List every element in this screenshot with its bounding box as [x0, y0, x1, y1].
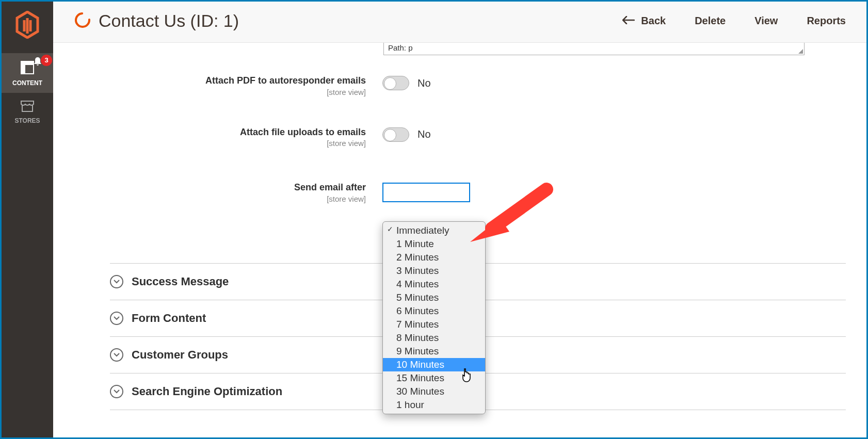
dropdown-option[interactable]: 1 Minute [383, 237, 485, 251]
attach-pdf-toggle[interactable] [382, 76, 409, 90]
dropdown-option[interactable]: 5 Minutes [383, 291, 485, 304]
field-attach-files: Attach file uploads to emails [store vie… [110, 126, 846, 148]
chevron-down-icon [110, 312, 123, 325]
dropdown-option[interactable]: 4 Minutes [383, 278, 485, 291]
svg-rect-2 [21, 61, 25, 74]
stores-icon [2, 100, 53, 114]
field-label: Attach file uploads to emails [110, 126, 366, 138]
field-scope: [store view] [110, 139, 366, 148]
reports-button[interactable]: Reports [807, 15, 846, 27]
field-label: Attach PDF to autoresponder emails [110, 75, 366, 87]
field-attach-pdf: Attach PDF to autoresponder emails [stor… [110, 75, 846, 96]
dropdown-option[interactable]: 2 Minutes [383, 251, 485, 264]
field-label: Send email after [110, 182, 366, 193]
arrow-left-icon [622, 15, 635, 27]
sidebar-item-stores[interactable]: STORES [2, 93, 53, 131]
dropdown-option[interactable]: 9 Minutes [383, 345, 485, 358]
attach-files-toggle[interactable] [382, 127, 409, 142]
dropdown-option[interactable]: 30 Minutes [383, 385, 485, 398]
page-header: Contact Us (ID: 1) Back Delete View Repo… [53, 2, 866, 43]
editor-path-bar: Path: p [383, 43, 805, 55]
toggle-value-label: No [417, 77, 431, 89]
send-after-select[interactable] [382, 183, 470, 202]
chevron-down-icon [110, 348, 123, 362]
toggle-value-label: No [417, 128, 431, 140]
delete-button[interactable]: Delete [695, 15, 726, 27]
dropdown-option[interactable]: 3 Minutes [383, 264, 485, 278]
view-button[interactable]: View [754, 15, 778, 27]
sidebar-item-label: STORES [14, 117, 40, 124]
sidebar-item-content[interactable]: CONTENT 3 [2, 53, 53, 93]
chevron-down-icon [110, 275, 123, 288]
dropdown-option[interactable]: 6 Minutes [383, 304, 485, 318]
notification-badge[interactable]: 3 [33, 56, 52, 68]
sidebar-item-label: CONTENT [12, 79, 42, 87]
dropdown-option[interactable]: 8 Minutes [383, 331, 485, 345]
magento-logo-icon[interactable] [15, 11, 40, 41]
spinner-icon [74, 11, 91, 31]
dropdown-option[interactable]: 15 Minutes [383, 371, 485, 385]
dropdown-option[interactable]: Immediately [383, 224, 485, 237]
send-after-dropdown[interactable]: Immediately1 Minute2 Minutes3 Minutes4 M… [382, 221, 486, 414]
dropdown-option[interactable]: 1 hour [383, 398, 485, 412]
admin-sidebar: CONTENT 3 STORES [2, 2, 53, 437]
badge-count: 3 [41, 55, 52, 66]
field-scope: [store view] [110, 194, 366, 203]
back-button[interactable]: Back [622, 15, 666, 27]
field-send-after: Send email after [store view] [110, 182, 846, 203]
dropdown-option[interactable]: 10 Minutes [383, 358, 485, 371]
field-scope: [store view] [110, 88, 366, 96]
dropdown-option[interactable]: 7 Minutes [383, 318, 485, 331]
svg-point-3 [76, 13, 89, 27]
page-title: Contact Us (ID: 1) [99, 11, 239, 31]
chevron-down-icon [110, 385, 123, 398]
